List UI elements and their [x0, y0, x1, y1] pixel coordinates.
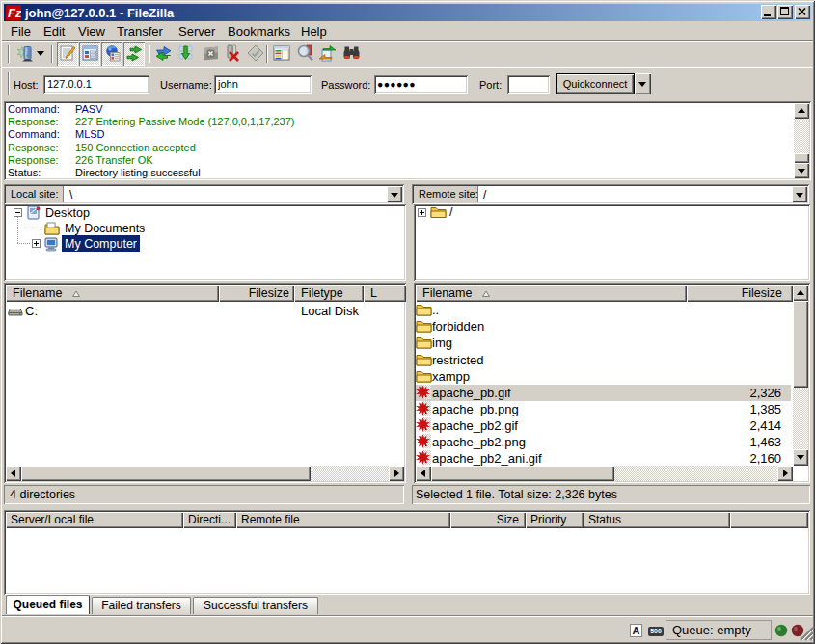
svg-text:Fz: Fz: [8, 6, 21, 20]
